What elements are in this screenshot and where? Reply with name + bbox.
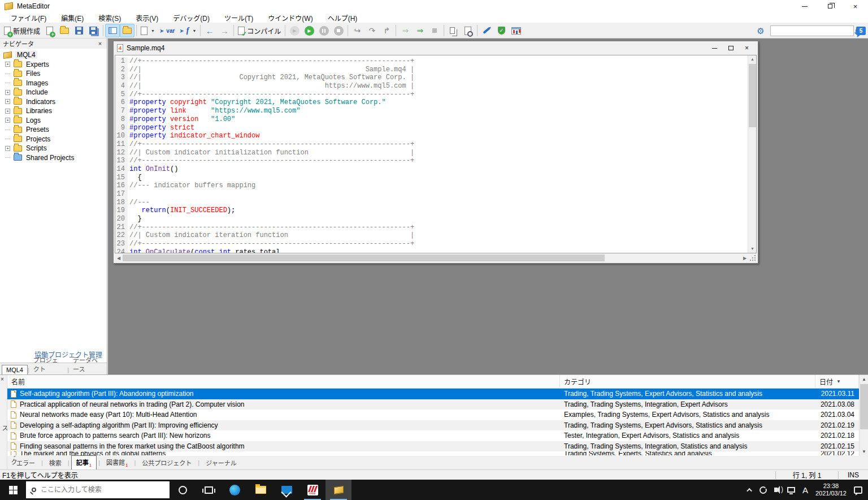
scroll-down-arrow[interactable]: ▼ — [860, 449, 868, 454]
settings-button[interactable]: ⚙ — [753, 24, 768, 37]
menu-item-7[interactable]: ヘルプ(H) — [320, 13, 365, 23]
code-area[interactable]: 1//+------------------------------------… — [115, 55, 748, 253]
scroll-left-arrow[interactable]: ◀ — [115, 256, 123, 261]
code-line-6[interactable]: 6#property copyright "Copyright 2021, Me… — [115, 98, 748, 107]
tree-root-mql4[interactable]: MQL4 — [0, 50, 107, 60]
cortana-button[interactable] — [170, 480, 196, 500]
styler-button[interactable] — [479, 24, 494, 37]
scroll-down-arrow[interactable]: ▼ — [748, 245, 757, 253]
code-line-5[interactable]: 5//+------------------------------------… — [115, 90, 748, 99]
article-row[interactable]: Developing a self-adapting algorithm (Pa… — [7, 420, 859, 431]
code-line-10[interactable]: 10#property indicator_chart_window — [115, 132, 748, 140]
print-preview-button[interactable] — [461, 24, 475, 37]
scroll-up-arrow[interactable]: ▲ — [748, 55, 757, 63]
tree-item-presets[interactable]: Presets — [0, 125, 107, 135]
new-project-button[interactable] — [42, 24, 57, 37]
expand-icon[interactable]: + — [5, 99, 10, 104]
article-row[interactable]: Self-adapting algorithm (Part III): Aban… — [7, 389, 859, 399]
network-icon[interactable] — [787, 487, 795, 493]
code-line-18[interactable]: 18//--- — [115, 199, 748, 207]
ime-mode-indicator[interactable]: A — [802, 485, 808, 495]
copy-button[interactable] — [446, 24, 461, 37]
code-line-19[interactable]: 19 return(INIT_SUCCEEDED); — [115, 206, 748, 215]
snippets-button[interactable]: ▼ — [138, 24, 157, 37]
menu-item-5[interactable]: ツール(T) — [217, 13, 261, 23]
menu-item-1[interactable]: 編集(E) — [54, 13, 91, 23]
tree-item-indicators[interactable]: +Indicators — [0, 97, 107, 107]
start-debug-button[interactable]: ▶ — [302, 24, 316, 37]
toolbox-scrollbar[interactable]: ▲ ▼ — [859, 375, 868, 456]
code-line-8[interactable]: 8#property version "1.00" — [115, 115, 748, 124]
code-line-21[interactable]: 21//+-----------------------------------… — [115, 223, 748, 232]
step-over-button[interactable]: ↷ — [364, 24, 379, 37]
stop-debug-button[interactable] — [331, 24, 346, 37]
toolbar-search-input[interactable] — [771, 27, 856, 34]
navigator-tab-1[interactable]: プロジェクト — [29, 354, 67, 374]
taskbar-search-input[interactable] — [41, 486, 170, 494]
article-row[interactable]: Finding seasonal patterns in the forex m… — [7, 441, 859, 452]
step-out-button[interactable]: ↱ — [379, 24, 394, 37]
debug-history-button[interactable]: ▶ — [287, 24, 302, 37]
menu-item-3[interactable]: 表示(V) — [128, 13, 166, 23]
code-line-1[interactable]: 1//+------------------------------------… — [115, 57, 748, 66]
scroll-thumb[interactable] — [860, 384, 868, 429]
save-button[interactable] — [72, 24, 86, 37]
code-line-22[interactable]: 22//| Custom indicator iteration functio… — [115, 231, 748, 240]
action-center-icon[interactable] — [854, 486, 862, 494]
toolbox-toggle-button[interactable] — [120, 24, 134, 37]
code-line-3[interactable]: 3//| Copyright 2021, MetaQuotes Software… — [115, 74, 748, 82]
insert-function-button[interactable]: ➤f▼ — [177, 24, 198, 37]
file-explorer-button[interactable] — [248, 480, 274, 500]
menu-item-0[interactable]: ファイル(F) — [3, 13, 54, 23]
tree-item-shared-projects[interactable]: Shared Projects — [0, 153, 107, 163]
mail-button[interactable] — [274, 480, 300, 500]
continue-button[interactable]: ⇒ — [398, 24, 413, 37]
start-button[interactable] — [0, 480, 26, 500]
expand-icon[interactable]: + — [5, 146, 10, 151]
speaker-icon[interactable] — [774, 488, 778, 492]
navigator-tab-0[interactable]: MQL4 — [2, 365, 28, 374]
run-to-cursor-button[interactable]: ⇒ — [413, 24, 427, 37]
article-row[interactable]: The market and the physics of its global… — [7, 451, 859, 455]
navigate-forward-button[interactable]: → — [217, 24, 232, 37]
code-line-12[interactable]: 12//| Custom indicator initialization fu… — [115, 149, 748, 157]
tree-item-libraries[interactable]: +Libraries — [0, 106, 107, 116]
window-resize-grip[interactable] — [749, 254, 757, 262]
scroll-thumb[interactable] — [749, 64, 756, 127]
tree-item-logs[interactable]: +Logs — [0, 116, 107, 126]
navigator-toggle-button[interactable] — [105, 24, 120, 37]
toolbox-tab-1[interactable]: 検索 — [45, 456, 66, 469]
column-header-date[interactable]: 日付▼ — [815, 375, 859, 388]
column-header-category[interactable]: カテゴリ — [560, 375, 815, 388]
metaeditor-button[interactable] — [326, 480, 351, 500]
column-header-name[interactable]: 名前 — [7, 375, 560, 388]
code-line-14[interactable]: 14int OnInit() — [115, 165, 748, 174]
editor-horizontal-scrollbar[interactable]: ◀ ▶ — [115, 254, 757, 262]
code-line-24[interactable]: 24int OnCalculate(const int rates_total — [115, 248, 748, 253]
tree-item-images[interactable]: Images — [0, 79, 107, 88]
editor-title-bar[interactable]: 4 Sample.mq4 × — [114, 41, 758, 55]
metatrader4-button[interactable]: FXDD — [300, 480, 326, 500]
compile-button[interactable]: コンパイル — [236, 24, 283, 37]
scroll-up-arrow[interactable]: ▲ — [860, 377, 868, 382]
expand-icon[interactable]: + — [5, 109, 10, 114]
navigator-tab-2[interactable]: データベース — [69, 354, 107, 374]
code-line-17[interactable]: 17 — [115, 190, 748, 199]
minimize-button[interactable] — [792, 0, 817, 12]
editor-vertical-scrollbar[interactable]: ▲ ▼ — [748, 55, 756, 253]
code-line-13[interactable]: 13//+-----------------------------------… — [115, 157, 748, 165]
code-line-7[interactable]: 7#property link "https://www.mql5.com" — [115, 107, 748, 115]
code-line-16[interactable]: 16//--- indicator buffers mapping — [115, 182, 748, 190]
editor-minimize-button[interactable] — [712, 48, 717, 49]
toolbox-close-button[interactable]: × — [1, 376, 4, 382]
save-all-button[interactable] — [86, 24, 101, 37]
editor-maximize-button[interactable] — [728, 46, 734, 50]
menu-item-4[interactable]: デバッグ(D) — [166, 13, 217, 23]
breakpoint-button[interactable] — [427, 24, 442, 37]
tree-item-include[interactable]: +Include — [0, 88, 107, 97]
horizontal-scroll-track[interactable] — [123, 254, 741, 262]
article-row[interactable]: Practical application of neural networks… — [7, 399, 859, 410]
tree-item-experts[interactable]: +Experts — [0, 60, 107, 70]
taskbar-search-box[interactable] — [26, 481, 170, 498]
toolbox-tab-2[interactable]: 記事1 — [71, 455, 97, 470]
